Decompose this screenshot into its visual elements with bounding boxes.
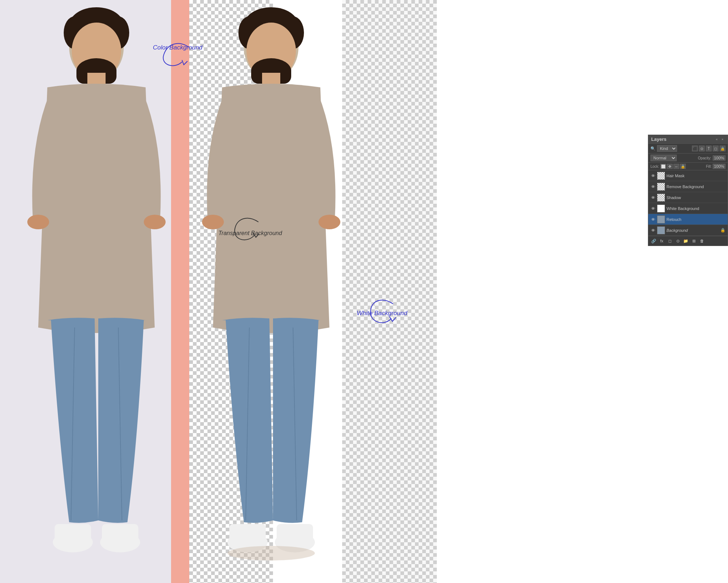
- layer-name-white-background: White Background: [666, 206, 725, 211]
- link-layers-btn[interactable]: 🔗: [650, 238, 657, 244]
- search-icon: 🔍: [650, 146, 656, 151]
- checker-right-pattern: [342, 0, 437, 583]
- layers-bottom-bar: 🔗 fx ◻ ⊙ 📁 ⊞ 🗑: [648, 236, 728, 246]
- layer-item-retouch[interactable]: 👁 Retouch: [648, 214, 728, 225]
- close-button[interactable]: ×: [720, 137, 725, 142]
- lock-position-btn[interactable]: ✥: [667, 164, 673, 169]
- pixel-filter-btn[interactable]: ⬛: [692, 146, 698, 151]
- layer-item-background[interactable]: 👁 Background 🔒: [648, 225, 728, 236]
- shape-filter-btn[interactable]: ◻: [713, 146, 719, 151]
- transparent-background-annotation: Transparent Background: [218, 229, 282, 237]
- fill-label: Fill:: [706, 164, 712, 168]
- layer-name-hair-mask: Hair Mask: [666, 174, 725, 178]
- opacity-label: Opacity:: [698, 156, 711, 160]
- adjustment-filter-btn[interactable]: ⊙: [699, 146, 705, 151]
- background-lock-icon: 🔒: [720, 228, 725, 233]
- layer-thumb-background: [657, 226, 665, 234]
- add-mask-btn[interactable]: ◻: [666, 238, 673, 244]
- new-adjustment-btn[interactable]: ⊙: [674, 238, 681, 244]
- layer-visibility-white-background[interactable]: 👁: [650, 206, 656, 211]
- color-background-annotation: Color Background: [153, 44, 202, 51]
- layer-name-remove-background: Remove Background: [666, 185, 725, 189]
- layer-item-remove-background[interactable]: 👁 Remove Background: [648, 181, 728, 192]
- layer-item-white-background[interactable]: 👁 White Background: [648, 203, 728, 214]
- layer-visibility-retouch[interactable]: 👁: [650, 217, 656, 222]
- layer-thumb-white-background: [657, 205, 665, 213]
- fill-input[interactable]: [713, 164, 725, 169]
- blend-mode-dropdown[interactable]: Normal Multiply Screen: [650, 155, 677, 161]
- layers-panel: Layers « × 🔍 Kind ⬛ ⊙ T ◻ 🔒 Normal Multi…: [648, 135, 728, 246]
- left-gray-background: [0, 0, 189, 583]
- smart-filter-btn[interactable]: 🔒: [720, 146, 725, 151]
- collapse-button[interactable]: «: [715, 137, 719, 142]
- layer-name-retouch: Retouch: [666, 217, 725, 222]
- kind-filter-dropdown[interactable]: Kind: [657, 145, 677, 152]
- layer-name-shadow: Shadow: [666, 195, 725, 200]
- new-group-btn[interactable]: 📁: [682, 238, 689, 244]
- white-background-annotation: White Background: [357, 309, 407, 317]
- layer-visibility-remove-background[interactable]: 👁: [650, 184, 656, 189]
- layers-filter-row: 🔍 Kind ⬛ ⊙ T ◻ 🔒: [648, 144, 728, 154]
- layer-visibility-background[interactable]: 👁: [650, 228, 656, 233]
- text-filter-btn[interactable]: T: [706, 146, 712, 151]
- lock-pixels-btn[interactable]: ⬜: [660, 164, 666, 169]
- layers-panel-titlebar: Layers « ×: [648, 135, 728, 144]
- lock-icon-group: ⬜ ✥ ↔ 🔒: [660, 164, 686, 169]
- layer-item-hair-mask[interactable]: 👁 Hair Mask: [648, 170, 728, 181]
- layers-panel-title: Layers: [651, 136, 666, 142]
- layer-thumb-remove-background: [657, 183, 665, 191]
- layer-visibility-hair-mask[interactable]: 👁: [650, 173, 656, 178]
- opacity-input[interactable]: [713, 155, 725, 160]
- lock-all-btn[interactable]: 🔒: [680, 164, 686, 169]
- layer-item-shadow[interactable]: 👁 Shadow: [648, 192, 728, 203]
- layer-thumb-hair-mask: [657, 172, 665, 180]
- lock-artboard-btn[interactable]: ↔: [673, 164, 679, 169]
- layer-visibility-shadow[interactable]: 👁: [650, 195, 656, 200]
- lock-fill-row: Lock: ⬜ ✥ ↔ 🔒 Fill:: [648, 163, 728, 170]
- new-layer-btn[interactable]: ⊞: [691, 238, 697, 244]
- delete-layer-btn[interactable]: 🗑: [699, 238, 705, 244]
- fx-btn[interactable]: fx: [658, 238, 665, 244]
- layer-thumb-retouch: [657, 215, 665, 223]
- layers-panel-controls: « ×: [715, 137, 725, 142]
- layer-thumb-shadow: [657, 194, 665, 202]
- blend-opacity-row: Normal Multiply Screen Opacity:: [648, 154, 728, 163]
- layer-name-background: Background: [666, 228, 719, 233]
- lock-label: Lock:: [650, 164, 659, 168]
- filter-icon-buttons: ⬛ ⊙ T ◻ 🔒: [692, 146, 725, 151]
